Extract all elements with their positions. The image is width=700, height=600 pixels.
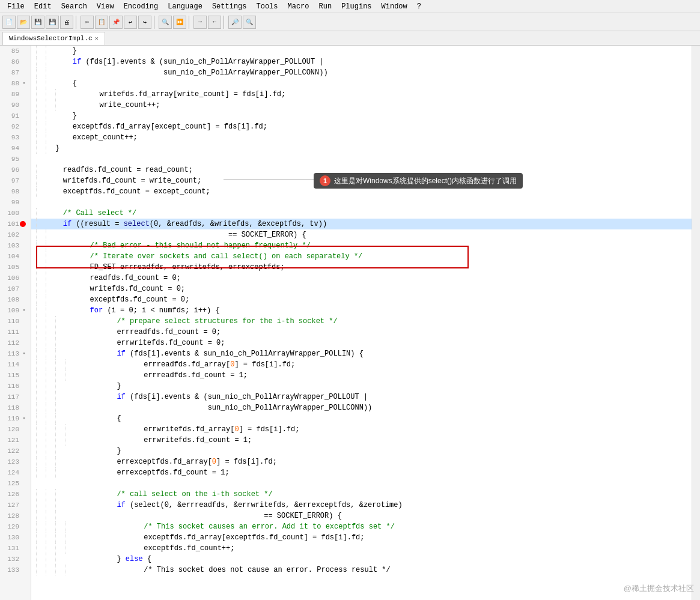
tb-findnext[interactable]: ⏩ bbox=[173, 16, 186, 29]
code-line[interactable]: sun_nio_ch_PollArrayWrapper_POLLCONN)) bbox=[31, 67, 692, 78]
menu-settings[interactable]: Settings bbox=[207, 1, 252, 12]
code-line[interactable]: if (select(0, &errreadfds, &errwritefds,… bbox=[31, 500, 692, 511]
code-line[interactable]: errwritefds.fd_count = 0; bbox=[31, 338, 692, 348]
tb-find[interactable]: 🔍 bbox=[159, 16, 172, 29]
tb-indent[interactable]: → bbox=[193, 16, 207, 29]
code-line[interactable]: /* Bad error - this should not happen fr… bbox=[31, 240, 692, 251]
tb-print[interactable]: 🖨 bbox=[60, 16, 73, 29]
code-line[interactable]: exceptfds.fd_array[except_count] = fds[i… bbox=[31, 121, 692, 132]
line-num-row: 119▪ bbox=[0, 413, 31, 424]
code-line[interactable]: errreadfds.fd_count = 1; bbox=[31, 370, 692, 381]
menu-language[interactable]: Language bbox=[163, 1, 207, 12]
code-line[interactable] bbox=[31, 154, 692, 165]
tb-paste[interactable]: 📌 bbox=[109, 16, 123, 29]
menu-macro[interactable]: Macro bbox=[283, 1, 314, 12]
tab-main-file[interactable]: WindowsSelectorImpl.c ✕ bbox=[2, 32, 105, 45]
fold-icon[interactable]: ▪ bbox=[20, 80, 28, 87]
line-num-row: 94 bbox=[0, 143, 31, 154]
menu-plugins[interactable]: Plugins bbox=[336, 1, 376, 12]
line-number: 92 bbox=[2, 123, 19, 130]
code-line[interactable]: errreadfds.fd_array[0] = fds[i].fd; bbox=[31, 359, 692, 370]
code-line[interactable]: /* prepare select structures for the i-t… bbox=[31, 316, 692, 327]
code-line[interactable]: errexceptfds.fd_count = 1; bbox=[31, 467, 692, 478]
code-line[interactable]: if ((result = select(0, &readfds, &write… bbox=[31, 219, 692, 229]
tab-close-button[interactable]: ✕ bbox=[95, 35, 99, 42]
code-line[interactable]: except_count++; bbox=[31, 132, 692, 143]
code-line[interactable]: } bbox=[31, 111, 692, 121]
tb-new[interactable]: 📄 bbox=[2, 16, 16, 29]
code-line[interactable]: /* Call select */ bbox=[31, 208, 692, 219]
fold-icon[interactable]: ▪ bbox=[20, 350, 28, 357]
code-line[interactable]: readfds.fd_count = 0; bbox=[31, 273, 692, 283]
code-line[interactable] bbox=[31, 197, 692, 208]
code-line[interactable]: } bbox=[31, 143, 692, 154]
menu-run[interactable]: Run bbox=[314, 1, 337, 12]
tb-outdent[interactable]: ← bbox=[208, 16, 221, 29]
line-number: 111 bbox=[2, 329, 19, 336]
vertical-scrollbar[interactable] bbox=[692, 46, 700, 600]
tb-cut[interactable]: ✂ bbox=[81, 16, 94, 29]
code-line[interactable]: == SOCKET_ERROR) { bbox=[31, 229, 692, 240]
line-numbers: 85868788▪8990919293949596979899100101102… bbox=[0, 46, 31, 600]
code-line[interactable]: errwritefds.fd_array[0] = fds[i].fd; bbox=[31, 424, 692, 435]
menu-window[interactable]: Window bbox=[377, 1, 412, 12]
tb-undo[interactable]: ↩ bbox=[124, 16, 137, 29]
code-line[interactable]: if (fds[i].events & (sun_nio_ch_PollArra… bbox=[31, 56, 692, 67]
code-line[interactable]: } bbox=[31, 446, 692, 456]
tb-open[interactable]: 📂 bbox=[17, 16, 30, 29]
code-line[interactable]: errwritefds.fd_count = 1; bbox=[31, 435, 692, 446]
tb-redo[interactable]: ↪ bbox=[138, 16, 151, 29]
tb-zoom-in[interactable]: 🔎 bbox=[228, 16, 242, 29]
code-line[interactable]: exceptfds.fd_count++; bbox=[31, 543, 692, 554]
code-line[interactable] bbox=[31, 478, 692, 489]
menu-edit[interactable]: Edit bbox=[29, 1, 56, 12]
tb-save[interactable]: 💾 bbox=[31, 16, 44, 29]
code-line[interactable]: /* call select on the i-th socket */ bbox=[31, 489, 692, 500]
tb-copy[interactable]: 📋 bbox=[95, 16, 108, 29]
code-text: errwritefds.fd_array[0] = fds[i].fd; bbox=[75, 425, 299, 434]
code-line[interactable]: writefds.fd_array[write_count] = fds[i].… bbox=[31, 89, 692, 100]
line-number: 125 bbox=[2, 480, 19, 487]
line-num-row: 110 bbox=[0, 316, 31, 327]
code-line[interactable]: writefds.fd_count = 0; bbox=[31, 283, 692, 294]
line-num-row: 122 bbox=[0, 446, 31, 456]
code-content[interactable]: } if (fds[i].events & (sun_nio_ch_PollAr… bbox=[31, 46, 692, 575]
code-line[interactable]: exceptfds.fd_array[exceptfds.fd_count] =… bbox=[31, 532, 692, 543]
menu-view[interactable]: View bbox=[92, 1, 119, 12]
line-num-row: 85 bbox=[0, 46, 31, 56]
code-line[interactable]: /* This socket causes an error. Add it t… bbox=[31, 521, 692, 532]
menu-encoding[interactable]: Encoding bbox=[119, 1, 163, 12]
menu-file[interactable]: File bbox=[2, 1, 29, 12]
menu-search[interactable]: Search bbox=[56, 1, 92, 12]
code-line[interactable]: { bbox=[31, 78, 692, 89]
breakpoint-marker[interactable] bbox=[20, 221, 26, 227]
code-line[interactable]: == SOCKET_ERROR) { bbox=[31, 511, 692, 521]
code-line[interactable]: } bbox=[31, 46, 692, 56]
code-line[interactable]: sun_nio_ch_PollArrayWrapper_POLLCONN)) bbox=[31, 402, 692, 413]
code-text: errwritefds.fd_count = 0; bbox=[65, 339, 225, 347]
code-line[interactable]: write_count++; bbox=[31, 100, 692, 111]
line-num-row: 123 bbox=[0, 456, 31, 467]
tb-saveall[interactable]: 💾 bbox=[46, 16, 59, 29]
code-line[interactable]: } else { bbox=[31, 554, 692, 565]
tb-sep1 bbox=[76, 16, 78, 29]
code-line[interactable]: if (fds[i].events & sun_nio_ch_PollArray… bbox=[31, 348, 692, 359]
code-line[interactable]: FD_SET errreadfds, errwritefds, errexcep… bbox=[31, 262, 692, 273]
menu-help[interactable]: ? bbox=[412, 1, 426, 12]
code-line[interactable]: errreadfds.fd_count = 0; bbox=[31, 327, 692, 338]
code-line[interactable]: for (i = 0; i < numfds; i++) { bbox=[31, 305, 692, 316]
line-number: 97 bbox=[2, 177, 19, 184]
tb-zoom-out[interactable]: 🔍 bbox=[243, 16, 256, 29]
fold-icon[interactable]: ▪ bbox=[20, 307, 28, 314]
code-line[interactable]: /* Iterate over sockets and call select(… bbox=[31, 251, 692, 262]
fold-icon[interactable]: ▪ bbox=[20, 415, 28, 422]
code-text: sun_nio_ch_PollArrayWrapper_POLLCONN)) bbox=[65, 404, 372, 412]
code-line[interactable]: errexceptfds.fd_array[0] = fds[i].fd; bbox=[31, 456, 692, 467]
code-line[interactable]: if (fds[i].events & (sun_nio_ch_PollArra… bbox=[31, 392, 692, 402]
code-line[interactable]: exceptfds.fd_count = 0; bbox=[31, 294, 692, 305]
code-line[interactable]: /* This socket does not cause an error. … bbox=[31, 565, 692, 575]
menu-tools[interactable]: Tools bbox=[251, 1, 282, 12]
code-text: /* call select on the i-th socket */ bbox=[65, 490, 273, 498]
code-line[interactable]: } bbox=[31, 381, 692, 392]
code-line[interactable]: { bbox=[31, 413, 692, 424]
